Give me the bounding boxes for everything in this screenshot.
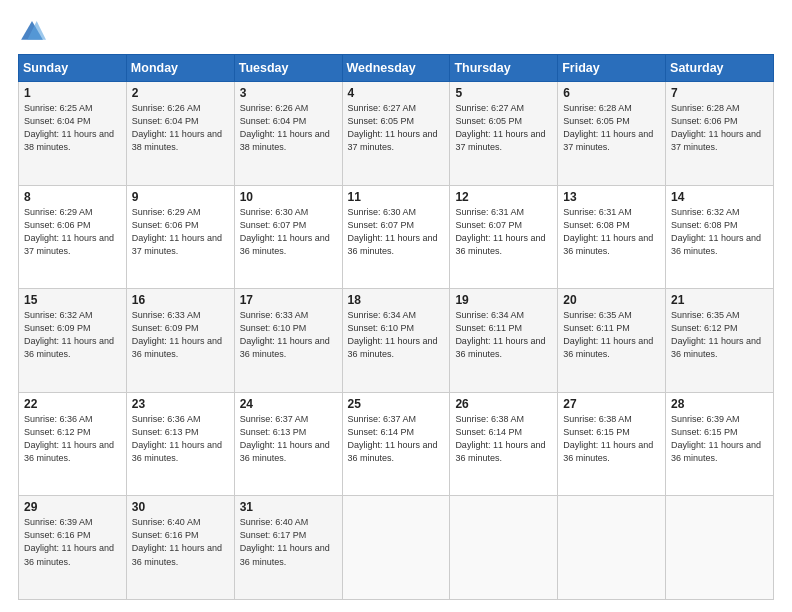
day-number: 20 [563,293,660,307]
table-row: 5Sunrise: 6:27 AMSunset: 6:05 PMDaylight… [450,82,558,186]
table-row: 17Sunrise: 6:33 AMSunset: 6:10 PMDayligh… [234,289,342,393]
day-info: Sunrise: 6:30 AMSunset: 6:07 PMDaylight:… [348,206,445,258]
day-info: Sunrise: 6:39 AMSunset: 6:15 PMDaylight:… [671,413,768,465]
table-row: 29Sunrise: 6:39 AMSunset: 6:16 PMDayligh… [19,496,127,600]
day-info: Sunrise: 6:31 AMSunset: 6:08 PMDaylight:… [563,206,660,258]
table-row: 14Sunrise: 6:32 AMSunset: 6:08 PMDayligh… [666,185,774,289]
day-info: Sunrise: 6:33 AMSunset: 6:09 PMDaylight:… [132,309,229,361]
table-row [342,496,450,600]
day-number: 26 [455,397,552,411]
day-info: Sunrise: 6:29 AMSunset: 6:06 PMDaylight:… [132,206,229,258]
day-info: Sunrise: 6:31 AMSunset: 6:07 PMDaylight:… [455,206,552,258]
table-row: 9Sunrise: 6:29 AMSunset: 6:06 PMDaylight… [126,185,234,289]
table-row: 24Sunrise: 6:37 AMSunset: 6:13 PMDayligh… [234,392,342,496]
table-row: 3Sunrise: 6:26 AMSunset: 6:04 PMDaylight… [234,82,342,186]
col-sunday: Sunday [19,55,127,82]
day-number: 3 [240,86,337,100]
day-number: 11 [348,190,445,204]
day-info: Sunrise: 6:33 AMSunset: 6:10 PMDaylight:… [240,309,337,361]
day-number: 15 [24,293,121,307]
col-tuesday: Tuesday [234,55,342,82]
day-number: 10 [240,190,337,204]
table-row: 20Sunrise: 6:35 AMSunset: 6:11 PMDayligh… [558,289,666,393]
table-row [666,496,774,600]
day-info: Sunrise: 6:26 AMSunset: 6:04 PMDaylight:… [132,102,229,154]
col-saturday: Saturday [666,55,774,82]
day-info: Sunrise: 6:39 AMSunset: 6:16 PMDaylight:… [24,516,121,568]
day-info: Sunrise: 6:35 AMSunset: 6:12 PMDaylight:… [671,309,768,361]
day-number: 14 [671,190,768,204]
day-info: Sunrise: 6:27 AMSunset: 6:05 PMDaylight:… [348,102,445,154]
day-number: 8 [24,190,121,204]
day-number: 6 [563,86,660,100]
day-number: 27 [563,397,660,411]
day-number: 23 [132,397,229,411]
day-number: 24 [240,397,337,411]
day-number: 19 [455,293,552,307]
day-number: 2 [132,86,229,100]
day-number: 29 [24,500,121,514]
day-number: 16 [132,293,229,307]
day-info: Sunrise: 6:36 AMSunset: 6:13 PMDaylight:… [132,413,229,465]
table-row: 2Sunrise: 6:26 AMSunset: 6:04 PMDaylight… [126,82,234,186]
table-row: 28Sunrise: 6:39 AMSunset: 6:15 PMDayligh… [666,392,774,496]
day-number: 25 [348,397,445,411]
day-info: Sunrise: 6:28 AMSunset: 6:05 PMDaylight:… [563,102,660,154]
day-number: 18 [348,293,445,307]
day-number: 12 [455,190,552,204]
day-info: Sunrise: 6:28 AMSunset: 6:06 PMDaylight:… [671,102,768,154]
table-row: 21Sunrise: 6:35 AMSunset: 6:12 PMDayligh… [666,289,774,393]
day-number: 13 [563,190,660,204]
day-info: Sunrise: 6:37 AMSunset: 6:14 PMDaylight:… [348,413,445,465]
col-friday: Friday [558,55,666,82]
day-number: 1 [24,86,121,100]
day-number: 22 [24,397,121,411]
day-number: 9 [132,190,229,204]
day-number: 28 [671,397,768,411]
day-number: 21 [671,293,768,307]
table-row: 11Sunrise: 6:30 AMSunset: 6:07 PMDayligh… [342,185,450,289]
col-monday: Monday [126,55,234,82]
header [18,18,774,46]
table-row: 26Sunrise: 6:38 AMSunset: 6:14 PMDayligh… [450,392,558,496]
day-info: Sunrise: 6:34 AMSunset: 6:11 PMDaylight:… [455,309,552,361]
day-number: 30 [132,500,229,514]
table-row: 7Sunrise: 6:28 AMSunset: 6:06 PMDaylight… [666,82,774,186]
table-row: 13Sunrise: 6:31 AMSunset: 6:08 PMDayligh… [558,185,666,289]
day-info: Sunrise: 6:38 AMSunset: 6:15 PMDaylight:… [563,413,660,465]
day-number: 17 [240,293,337,307]
table-row: 1Sunrise: 6:25 AMSunset: 6:04 PMDaylight… [19,82,127,186]
day-info: Sunrise: 6:27 AMSunset: 6:05 PMDaylight:… [455,102,552,154]
day-info: Sunrise: 6:38 AMSunset: 6:14 PMDaylight:… [455,413,552,465]
table-row: 19Sunrise: 6:34 AMSunset: 6:11 PMDayligh… [450,289,558,393]
day-number: 5 [455,86,552,100]
calendar: Sunday Monday Tuesday Wednesday Thursday… [18,54,774,600]
table-row [558,496,666,600]
day-number: 7 [671,86,768,100]
logo-icon [18,18,46,46]
table-row: 18Sunrise: 6:34 AMSunset: 6:10 PMDayligh… [342,289,450,393]
day-info: Sunrise: 6:37 AMSunset: 6:13 PMDaylight:… [240,413,337,465]
page: Sunday Monday Tuesday Wednesday Thursday… [0,0,792,612]
table-row: 31Sunrise: 6:40 AMSunset: 6:17 PMDayligh… [234,496,342,600]
col-wednesday: Wednesday [342,55,450,82]
table-row: 4Sunrise: 6:27 AMSunset: 6:05 PMDaylight… [342,82,450,186]
table-row: 22Sunrise: 6:36 AMSunset: 6:12 PMDayligh… [19,392,127,496]
table-row: 12Sunrise: 6:31 AMSunset: 6:07 PMDayligh… [450,185,558,289]
table-row: 30Sunrise: 6:40 AMSunset: 6:16 PMDayligh… [126,496,234,600]
day-number: 31 [240,500,337,514]
table-row: 10Sunrise: 6:30 AMSunset: 6:07 PMDayligh… [234,185,342,289]
day-info: Sunrise: 6:40 AMSunset: 6:17 PMDaylight:… [240,516,337,568]
table-row: 27Sunrise: 6:38 AMSunset: 6:15 PMDayligh… [558,392,666,496]
table-row: 8Sunrise: 6:29 AMSunset: 6:06 PMDaylight… [19,185,127,289]
day-info: Sunrise: 6:26 AMSunset: 6:04 PMDaylight:… [240,102,337,154]
day-info: Sunrise: 6:36 AMSunset: 6:12 PMDaylight:… [24,413,121,465]
day-info: Sunrise: 6:25 AMSunset: 6:04 PMDaylight:… [24,102,121,154]
day-info: Sunrise: 6:32 AMSunset: 6:09 PMDaylight:… [24,309,121,361]
table-row: 6Sunrise: 6:28 AMSunset: 6:05 PMDaylight… [558,82,666,186]
table-row: 16Sunrise: 6:33 AMSunset: 6:09 PMDayligh… [126,289,234,393]
day-info: Sunrise: 6:40 AMSunset: 6:16 PMDaylight:… [132,516,229,568]
logo [18,18,50,46]
table-row [450,496,558,600]
day-info: Sunrise: 6:32 AMSunset: 6:08 PMDaylight:… [671,206,768,258]
